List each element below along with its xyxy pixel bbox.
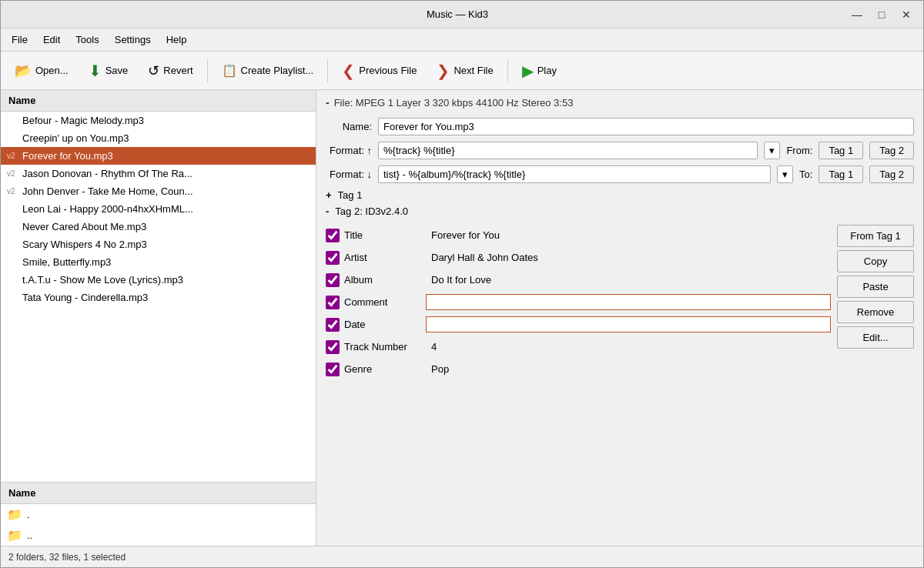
format-down-tag1-btn[interactable]: Tag 1	[819, 165, 863, 183]
field-value[interactable]	[426, 272, 831, 288]
field-value[interactable]	[426, 227, 831, 243]
tag2-toggle[interactable]: -	[326, 205, 329, 217]
window-controls: — □ ✕	[846, 7, 917, 22]
file-item[interactable]: v2Forever for You.mp3	[1, 147, 316, 165]
format-up-input[interactable]	[378, 142, 758, 159]
file-item[interactable]: Creepin' up on You.mp3	[1, 129, 316, 147]
file-list-panel: Name Befour - Magic Melody.mp3Creepin' u…	[1, 90, 316, 546]
name-label: Name:	[326, 121, 372, 132]
open-button[interactable]: 📂 Open...	[7, 58, 76, 84]
folder-icon: 📁	[7, 528, 22, 543]
format-down-input[interactable]	[378, 165, 771, 183]
separator-1	[207, 59, 208, 82]
menu-help[interactable]: Help	[159, 31, 195, 48]
name-row: Name:	[326, 118, 914, 135]
right-panel: - File: MPEG 1 Layer 3 320 kbps 44100 Hz…	[316, 90, 923, 546]
prev-label: Previous File	[359, 65, 417, 76]
save-label: Save	[105, 65, 129, 76]
file-item[interactable]: v2Jason Donovan - Rhythm Of The Ra...	[1, 165, 316, 182]
field-value[interactable]	[426, 249, 831, 266]
tag-badge: v2	[7, 152, 19, 160]
format-down-label: Format: ↓	[326, 169, 372, 180]
field-label: Comment	[344, 296, 421, 308]
field-label: Date	[344, 319, 421, 330]
file-item[interactable]: Tata Young - Cinderella.mp3	[1, 289, 316, 306]
next-file-button[interactable]: ❯ Next File	[429, 57, 500, 85]
tag1-section: + Tag 1	[326, 189, 914, 201]
field-checkbox[interactable]	[326, 363, 340, 376]
play-button[interactable]: ▶ Play	[514, 57, 564, 85]
file-item[interactable]: Befour - Magic Melody.mp3	[1, 112, 316, 129]
file-name: Befour - Magic Melody.mp3	[22, 115, 310, 126]
file-list-header: Name	[1, 90, 316, 112]
action-button-from-tag-1[interactable]: From Tag 1	[837, 225, 914, 247]
menu-tools[interactable]: Tools	[68, 31, 106, 48]
format-down-tag2-btn[interactable]: Tag 2	[869, 165, 914, 183]
field-value[interactable]	[426, 316, 831, 332]
folder-list: 📁.📁..	[1, 504, 316, 546]
field-value[interactable]	[426, 361, 831, 377]
format-up-tag1-btn[interactable]: Tag 1	[819, 142, 863, 159]
playlist-icon: 📋	[222, 63, 237, 78]
field-label: Artist	[344, 252, 421, 263]
menu-file[interactable]: File	[4, 31, 35, 48]
maximize-button[interactable]: □	[871, 7, 892, 22]
menu-edit[interactable]: Edit	[35, 31, 68, 48]
field-checkbox[interactable]	[326, 318, 340, 332]
save-button[interactable]: ⬇ Save	[81, 57, 136, 85]
next-icon: ❯	[437, 62, 450, 80]
field-checkbox[interactable]	[326, 296, 340, 309]
minimize-button[interactable]: —	[846, 7, 868, 22]
format-down-row: Format: ↓ ▾ To: Tag 1 Tag 2	[326, 165, 914, 183]
field-checkbox[interactable]	[326, 340, 340, 354]
folder-item[interactable]: 📁.	[1, 504, 316, 525]
file-name: Jason Donovan - Rhythm Of The Ra...	[22, 168, 310, 179]
file-item[interactable]: Never Cared About Me.mp3	[1, 218, 316, 236]
from-label: From:	[786, 145, 812, 156]
revert-button[interactable]: ↺ Revert	[140, 58, 200, 84]
action-button-paste[interactable]: Paste	[837, 276, 914, 298]
create-playlist-button[interactable]: 📋 Create Playlist...	[214, 58, 322, 82]
name-input[interactable]	[378, 118, 914, 135]
file-item[interactable]: v2John Denver - Take Me Home, Coun...	[1, 182, 316, 200]
format-up-tag2-btn[interactable]: Tag 2	[869, 142, 914, 159]
tag1-toggle[interactable]: +	[326, 189, 332, 201]
field-checkbox[interactable]	[326, 273, 340, 287]
fields-panel: TitleArtistAlbumCommentDateTrack NumberG…	[326, 225, 831, 379]
field-value[interactable]	[426, 294, 831, 310]
file-item[interactable]: Leon Lai - Happy 2000-n4hxXHmML...	[1, 200, 316, 218]
tag2-label: Tag 2: ID3v2.4.0	[335, 205, 408, 217]
field-checkbox[interactable]	[326, 229, 340, 242]
tag-badge: v2	[7, 187, 19, 195]
file-name: t.A.T.u - Show Me Love (Lyrics).mp3	[22, 274, 310, 286]
action-button-remove[interactable]: Remove	[837, 301, 914, 323]
action-button-edit...[interactable]: Edit...	[837, 326, 914, 349]
play-label: Play	[537, 65, 557, 76]
folder-item[interactable]: 📁..	[1, 525, 316, 546]
format-down-dropdown[interactable]: ▾	[777, 165, 793, 183]
file-item[interactable]: Scary Whispers 4 No 2.mp3	[1, 236, 316, 253]
format-up-dropdown[interactable]: ▾	[764, 142, 780, 159]
file-name: Scary Whispers 4 No 2.mp3	[22, 239, 310, 250]
statusbar: 2 folders, 32 files, 1 selected	[1, 546, 923, 567]
folder-list-header: Name	[1, 482, 316, 504]
file-info-toggle[interactable]: -	[326, 96, 330, 109]
tag1-label: Tag 1	[338, 189, 363, 201]
field-value[interactable]	[426, 339, 831, 355]
field-row: Album	[326, 269, 831, 290]
prev-file-button[interactable]: ❮ Previous File	[334, 57, 424, 85]
field-checkbox[interactable]	[326, 251, 340, 265]
close-button[interactable]: ✕	[896, 7, 917, 22]
tag2-content: TitleArtistAlbumCommentDateTrack NumberG…	[326, 225, 914, 379]
tag2-section: - Tag 2: ID3v2.4.0	[326, 205, 914, 217]
menu-settings[interactable]: Settings	[107, 31, 159, 48]
field-row: Artist	[326, 247, 831, 268]
file-item[interactable]: t.A.T.u - Show Me Love (Lyrics).mp3	[1, 271, 316, 289]
action-button-copy[interactable]: Copy	[837, 250, 914, 272]
main-content: Name Befour - Magic Melody.mp3Creepin' u…	[1, 90, 923, 546]
file-info-text: File: MPEG 1 Layer 3 320 kbps 44100 Hz S…	[334, 97, 574, 109]
file-item[interactable]: Smile, Butterfly.mp3	[1, 253, 316, 271]
to-label: To:	[799, 169, 812, 180]
revert-icon: ↺	[148, 62, 159, 79]
status-text: 2 folders, 32 files, 1 selected	[8, 552, 126, 563]
